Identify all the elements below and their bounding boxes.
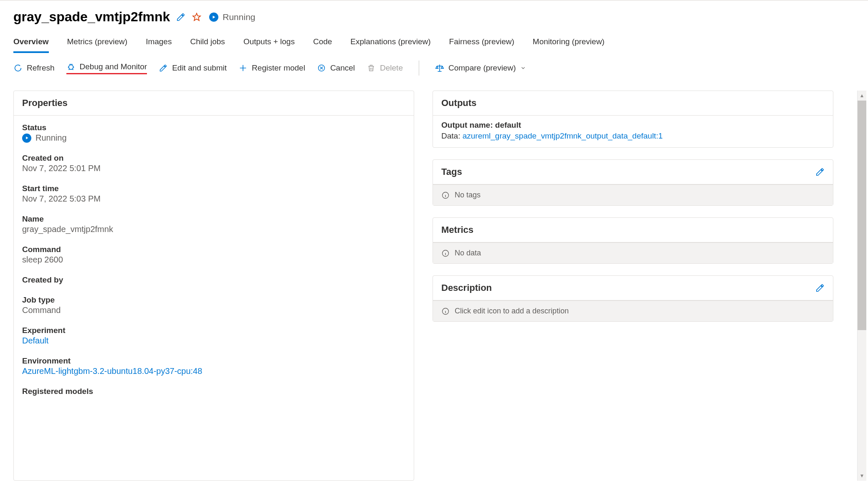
edit-submit-button[interactable]: Edit and submit bbox=[159, 63, 227, 73]
scrollbar-thumb[interactable] bbox=[858, 101, 866, 330]
created-on-value: Nov 7, 2022 5:01 PM bbox=[22, 164, 405, 173]
scroll-down-arrow[interactable]: ▼ bbox=[858, 471, 866, 481]
tab-monitoring[interactable]: Monitoring (preview) bbox=[533, 37, 605, 53]
job-type-label: Job type bbox=[22, 295, 405, 305]
registered-models-label: Registered models bbox=[22, 387, 405, 396]
tab-explanations[interactable]: Explanations (preview) bbox=[350, 37, 430, 53]
tags-title: Tags bbox=[441, 167, 462, 177]
tags-card: Tags No tags bbox=[433, 159, 833, 206]
status-text: Running bbox=[223, 12, 255, 22]
toolbar: Refresh Debug and Monitor Edit and submi… bbox=[13, 61, 855, 76]
pencil-icon[interactable] bbox=[176, 12, 186, 22]
outputs-card: Outputs Output name: default Data: azure… bbox=[433, 91, 833, 148]
job-type-value: Command bbox=[22, 305, 405, 315]
status-badge: Running bbox=[209, 12, 255, 22]
bug-icon bbox=[66, 62, 76, 71]
tab-overview[interactable]: Overview bbox=[13, 37, 49, 53]
svg-marker-1 bbox=[213, 15, 215, 18]
pencil-icon[interactable] bbox=[815, 283, 825, 293]
cancel-label: Cancel bbox=[330, 63, 355, 73]
environment-link[interactable]: AzureML-lightgbm-3.2-ubuntu18.04-py37-cp… bbox=[22, 366, 405, 376]
tags-empty: No tags bbox=[455, 191, 481, 199]
register-label: Register model bbox=[252, 63, 305, 73]
command-value: sleep 2600 bbox=[22, 255, 405, 265]
trash-icon bbox=[367, 63, 376, 73]
tab-metrics[interactable]: Metrics (preview) bbox=[67, 37, 128, 53]
chevron-down-icon bbox=[520, 65, 526, 71]
info-icon bbox=[441, 307, 450, 315]
description-card: Description Click edit icon to add a des… bbox=[433, 275, 833, 322]
refresh-icon bbox=[13, 63, 23, 73]
experiment-label: Experiment bbox=[22, 326, 405, 335]
delete-label: Delete bbox=[380, 63, 403, 73]
created-on-label: Created on bbox=[22, 154, 405, 163]
cancel-icon bbox=[317, 63, 326, 73]
compare-label: Compare (preview) bbox=[448, 63, 516, 73]
outputs-title: Outputs bbox=[441, 98, 476, 109]
register-model-button[interactable]: Register model bbox=[238, 63, 305, 73]
tab-child-jobs[interactable]: Child jobs bbox=[190, 37, 225, 53]
star-icon[interactable] bbox=[192, 12, 202, 22]
toolbar-separator bbox=[419, 61, 419, 76]
refresh-label: Refresh bbox=[27, 63, 55, 73]
metrics-card: Metrics No data bbox=[433, 217, 833, 264]
name-value: gray_spade_vmtjp2fmnk bbox=[22, 225, 405, 234]
play-icon bbox=[22, 134, 31, 143]
refresh-button[interactable]: Refresh bbox=[13, 63, 55, 73]
tab-code[interactable]: Code bbox=[313, 37, 332, 53]
description-empty: Click edit icon to add a description bbox=[455, 307, 569, 315]
output-data-link[interactable]: azureml_gray_spade_vmtjp2fmnk_output_dat… bbox=[463, 131, 663, 140]
scales-icon bbox=[435, 63, 444, 73]
command-label: Command bbox=[22, 245, 405, 254]
svg-marker-0 bbox=[193, 13, 200, 20]
environment-label: Environment bbox=[22, 356, 405, 366]
properties-title: Properties bbox=[22, 98, 68, 109]
svg-marker-4 bbox=[26, 136, 28, 139]
page-title: gray_spade_vmtjp2fmnk bbox=[13, 9, 170, 25]
delete-button: Delete bbox=[367, 63, 403, 73]
cancel-button[interactable]: Cancel bbox=[317, 63, 355, 73]
tab-fairness[interactable]: Fairness (preview) bbox=[449, 37, 514, 53]
name-label: Name bbox=[22, 214, 405, 224]
plus-icon bbox=[238, 63, 248, 73]
scroll-up-arrow[interactable]: ▲ bbox=[858, 91, 866, 101]
status-label: Status bbox=[22, 123, 405, 132]
status-value: Running bbox=[22, 133, 67, 143]
scrollbar[interactable]: ▲ ▼ bbox=[857, 91, 866, 481]
tab-outputs-logs[interactable]: Outputs + logs bbox=[243, 37, 295, 53]
debug-label: Debug and Monitor bbox=[80, 62, 147, 71]
properties-card: Properties Status Running Created on Nov… bbox=[13, 91, 414, 481]
tabs: Overview Metrics (preview) Images Child … bbox=[13, 37, 855, 53]
tab-images[interactable]: Images bbox=[146, 37, 172, 53]
metrics-title: Metrics bbox=[441, 225, 473, 235]
start-time-value: Nov 7, 2022 5:03 PM bbox=[22, 194, 405, 204]
metrics-empty: No data bbox=[455, 249, 481, 257]
info-icon bbox=[441, 191, 450, 199]
compare-button[interactable]: Compare (preview) bbox=[435, 63, 526, 73]
description-title: Description bbox=[441, 283, 492, 293]
start-time-label: Start time bbox=[22, 184, 405, 193]
pencil-icon[interactable] bbox=[815, 167, 825, 177]
play-icon bbox=[209, 13, 218, 22]
pencil-icon bbox=[159, 63, 168, 73]
debug-monitor-button[interactable]: Debug and Monitor bbox=[66, 62, 147, 74]
info-icon bbox=[441, 249, 450, 257]
edit-label: Edit and submit bbox=[172, 63, 227, 73]
experiment-link[interactable]: Default bbox=[22, 336, 405, 346]
output-name: Output name: default bbox=[441, 121, 825, 130]
title-row: gray_spade_vmtjp2fmnk Running bbox=[13, 9, 855, 25]
created-by-label: Created by bbox=[22, 275, 405, 285]
output-data-label: Data: bbox=[441, 131, 463, 140]
